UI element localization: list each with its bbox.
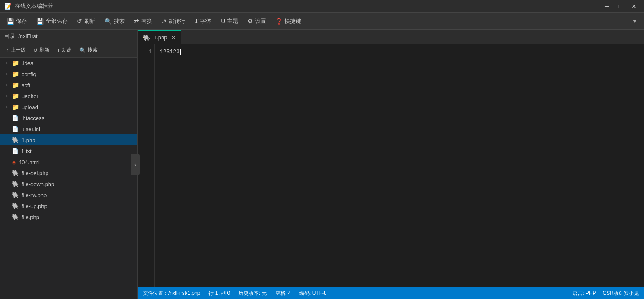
tree-item-ueditor[interactable]: › 📁 ueditor [0, 91, 137, 101]
sidebar: 目录: /nxlFirst ↑ 上一级 ↺ 刷新 + 新建 [0, 30, 138, 299]
tree-item-label: file.php [22, 214, 39, 220]
tree-item-label: config [22, 71, 36, 77]
tree-item-label: file-down.php [22, 181, 54, 187]
tree-item-file-down[interactable]: › 🐘 file-down.php [0, 178, 137, 189]
tree-item-file-rw[interactable]: › 🐘 file-rw.php [0, 189, 137, 200]
settings-label: 设置 [255, 17, 266, 25]
sidebar-refresh-icon: ↺ [33, 47, 38, 53]
status-language: 语言: PHP [573, 290, 596, 297]
app-icon: 📝 [4, 3, 11, 10]
tree-item-htaccess[interactable]: › 📄 .htaccess [0, 112, 137, 123]
app-title: 在线文本编辑器 [15, 3, 53, 10]
up-label: 上一级 [11, 47, 26, 54]
sidebar-refresh-label: 刷新 [39, 47, 49, 54]
close-button[interactable]: ✕ [628, 2, 640, 11]
tree-item-file-up[interactable]: › 🐘 file-up.php [0, 200, 137, 211]
status-indent: 空格: 4 [275, 290, 291, 297]
minimize-button[interactable]: ─ [601, 2, 613, 11]
new-label: 新建 [62, 47, 72, 54]
cursor [180, 49, 181, 55]
tree-item-label: 404.html [19, 159, 40, 165]
file-icon: 📄 [12, 148, 19, 154]
html-file-icon: ◈ [12, 159, 16, 165]
new-file-button[interactable]: + 新建 [54, 45, 75, 55]
search-button[interactable]: 🔍 搜索 [100, 16, 129, 27]
tree-item-idea[interactable]: › 📁 .idea [0, 58, 137, 69]
folder-icon: 📁 [12, 82, 19, 88]
save-all-label: 全部保存 [46, 17, 68, 25]
file-icon: 📄 [12, 115, 19, 121]
font-label: 字体 [200, 17, 211, 25]
maximize-button[interactable]: □ [614, 2, 626, 11]
tree-item-file[interactable]: › 🐘 file.php [0, 211, 137, 222]
tree-item-label: soft [22, 82, 30, 88]
tree-item-user-ini[interactable]: › 📄 .user.ini [0, 123, 137, 134]
code-editor[interactable]: 123123 [155, 44, 644, 299]
save-button[interactable]: 💾 保存 [3, 16, 31, 27]
toolbar-dropdown-button[interactable]: ▼ [628, 16, 641, 26]
save-label: 保存 [16, 17, 27, 25]
title-bar: 📝 在线文本编辑器 ─ □ ✕ [0, 0, 644, 13]
up-directory-button[interactable]: ↑ 上一级 [3, 45, 29, 55]
shortcuts-icon: ❓ [275, 18, 282, 25]
tree-item-soft[interactable]: › 📁 soft [0, 80, 137, 91]
tab-close-button[interactable]: ✕ [171, 35, 176, 41]
save-all-button[interactable]: 💾 全部保存 [32, 16, 72, 27]
php-file-icon: 🐘 [12, 214, 19, 220]
jump-button[interactable]: ↗ 跳转行 [157, 16, 189, 27]
editor-content: 1 123123 [138, 44, 644, 299]
jump-icon: ↗ [162, 18, 167, 25]
tree-item-label: ueditor [22, 93, 38, 99]
refresh-button[interactable]: ↺ 刷新 [73, 16, 99, 27]
sidebar-directory-header: 目录: /nxlFirst [0, 30, 137, 43]
collapse-icon: ‹ [134, 161, 136, 167]
up-icon: ↑ [6, 47, 9, 53]
shortcuts-label: 快捷键 [285, 17, 301, 25]
sidebar-refresh-button[interactable]: ↺ 刷新 [30, 45, 52, 55]
status-bar: 文件位置：/nxlFirst/1.php 行 1 ,列 0 历史版本: 无 空格… [138, 287, 644, 299]
tab-php-icon: 🐘 [143, 34, 150, 41]
status-position: 行 1 ,列 0 [208, 290, 230, 297]
tree-item-file-del[interactable]: › 🐘 file-del.php [0, 167, 137, 178]
theme-button[interactable]: U 主题 [216, 16, 242, 27]
file-icon: 📄 [12, 126, 19, 132]
font-button[interactable]: T 字体 [190, 16, 216, 27]
theme-label: 主题 [227, 17, 238, 25]
tree-item-1php[interactable]: › 🐘 1.php [0, 134, 137, 145]
search-label: 搜索 [114, 17, 125, 25]
tree-item-404html[interactable]: › ◈ 404.html [0, 156, 137, 167]
code-content: 123123 [160, 49, 180, 55]
refresh-label: 刷新 [84, 17, 95, 25]
tab-filename: 1.php [153, 34, 167, 41]
tree-arrow-icon: › [4, 83, 9, 88]
save-icon: 💾 [7, 18, 14, 25]
settings-icon: ⚙ [247, 18, 253, 25]
sidebar-search-button[interactable]: 🔍 搜索 [77, 45, 101, 55]
php-file-icon: 🐘 [12, 181, 19, 187]
plus-icon: + [57, 47, 60, 53]
tree-item-label: .htaccess [21, 115, 44, 121]
status-extra: CSR版© 安小鬼 [603, 290, 639, 297]
line-number: 1 [140, 48, 152, 57]
folder-icon: 📁 [12, 93, 19, 99]
editor-area: 🐘 1.php ✕ 1 123123 文件位置：/nxlFirst/1.php … [138, 30, 644, 299]
status-encoding: 编码: UTF-8 [299, 290, 327, 297]
folder-icon: 📁 [12, 60, 19, 66]
tree-item-label: upload [22, 104, 38, 110]
sidebar-collapse-button[interactable]: ‹ [131, 154, 140, 175]
tree-item-config[interactable]: › 📁 config [0, 69, 137, 80]
php-file-icon: 🐘 [12, 203, 19, 209]
chevron-down-icon: ▼ [632, 18, 637, 24]
line-numbers: 1 [138, 44, 155, 299]
replace-button[interactable]: ⇄ 替换 [130, 16, 156, 27]
settings-button[interactable]: ⚙ 设置 [243, 16, 270, 27]
tree-item-1txt[interactable]: › 📄 1.txt [0, 145, 137, 156]
editor-tab-1php[interactable]: 🐘 1.php ✕ [138, 30, 181, 44]
php-file-icon: 🐘 [12, 137, 19, 143]
font-icon: T [195, 18, 198, 25]
search-icon: 🔍 [104, 18, 112, 25]
tree-item-upload[interactable]: › 📁 upload [0, 101, 137, 112]
tree-arrow-icon: › [4, 105, 9, 110]
status-history: 历史版本: 无 [238, 290, 267, 297]
shortcuts-button[interactable]: ❓ 快捷键 [271, 16, 305, 27]
